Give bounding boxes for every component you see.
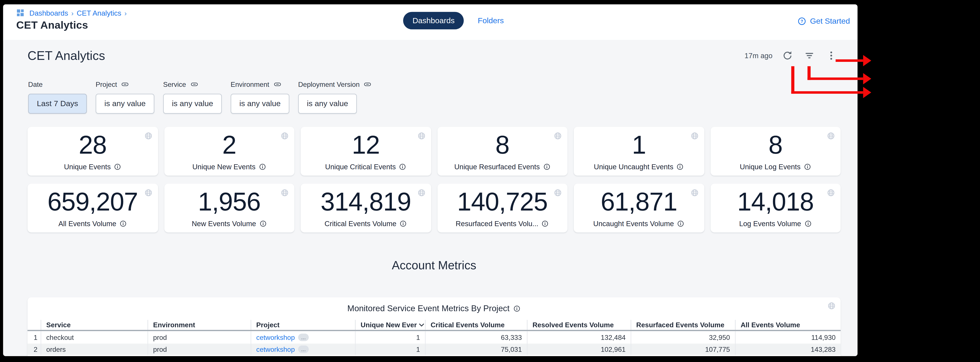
- metric-value: 2: [222, 131, 236, 159]
- metric-label: Unique Log Events: [740, 163, 801, 171]
- project-ellipsis-badge[interactable]: ...: [298, 346, 309, 353]
- metric-label: Unique Events: [64, 163, 111, 171]
- info-icon[interactable]: [676, 163, 684, 171]
- metric-label: Unique Resurfaced Events: [454, 163, 540, 171]
- tile-log-events-volume: 14,018 Log Events Volume: [710, 184, 841, 232]
- get-started-button[interactable]: ? Get Started: [798, 17, 850, 25]
- info-icon[interactable]: [677, 220, 685, 227]
- col-header-unique-new-events-sorted[interactable]: Unique New Ever: [356, 320, 426, 330]
- globe-icon: [827, 189, 835, 197]
- col-header-project[interactable]: Project: [251, 320, 356, 330]
- table-header-row: Service Environment Project Unique New E…: [27, 320, 841, 331]
- cell-resurfaced-events-volume: 107,775: [632, 343, 736, 355]
- filter-service-value[interactable]: is any value: [163, 94, 222, 114]
- tile-unique-uncaught-events: 1 Unique Uncaught Events: [574, 127, 704, 176]
- table-row: 2 orders prod cetworkshop ... 1 75,031 1…: [27, 343, 841, 355]
- tile-unique-critical-events: 12 Unique Critical Events: [301, 127, 431, 176]
- top-bar: Dashboards › CET Analytics › CET Analyti…: [3, 4, 858, 41]
- col-header-environment[interactable]: Environment: [148, 320, 251, 330]
- metric-label: Unique Uncaught Events: [594, 163, 673, 171]
- info-icon[interactable]: [259, 220, 267, 227]
- annotation-arrowhead: [863, 73, 871, 84]
- annotation-arrowhead: [863, 87, 871, 98]
- annotation-arrow-kebab-line: [836, 59, 863, 62]
- metric-label: Log Events Volume: [739, 220, 801, 227]
- tab-bar: Dashboards Folders: [403, 12, 504, 30]
- row-number: 2: [27, 343, 41, 355]
- info-icon[interactable]: [541, 220, 549, 227]
- filter-icon[interactable]: [804, 50, 815, 61]
- info-icon[interactable]: [513, 305, 521, 312]
- metric-value: 1,956: [198, 188, 261, 216]
- row-number: 1: [27, 331, 41, 344]
- globe-icon: [144, 132, 152, 140]
- info-icon[interactable]: [543, 163, 550, 171]
- dashboard-title: CET Analytics: [27, 49, 105, 63]
- info-icon[interactable]: [804, 163, 811, 171]
- breadcrumb-link-cet-analytics[interactable]: CET Analytics: [76, 9, 121, 17]
- refresh-icon[interactable]: [782, 50, 793, 61]
- linked-filter-icon: [364, 81, 372, 88]
- filter-date-value[interactable]: Last 7 Days: [28, 94, 87, 114]
- metric-value: 140,725: [457, 188, 548, 216]
- globe-icon: [417, 189, 425, 197]
- linked-filter-icon: [121, 81, 129, 88]
- info-icon[interactable]: [114, 163, 121, 171]
- annotation-arrowhead: [863, 55, 871, 66]
- tile-resurfaced-events-volume: 140,725 Resurfaced Events Volu...: [437, 184, 568, 232]
- tab-folders[interactable]: Folders: [478, 16, 504, 25]
- cell-project: cetworkshop ...: [251, 343, 356, 355]
- app-window: Dashboards › CET Analytics › CET Analyti…: [3, 4, 858, 356]
- globe-icon: [690, 132, 698, 140]
- col-header-critical-events-volume[interactable]: Critical Events Volume: [426, 320, 527, 330]
- filter-environment-value[interactable]: is any value: [231, 94, 290, 114]
- filter-label: Environment: [231, 81, 269, 88]
- info-icon[interactable]: [399, 220, 407, 227]
- project-link[interactable]: cetworkshop: [256, 333, 295, 341]
- project-link[interactable]: cetworkshop: [256, 346, 295, 353]
- help-question-icon: ?: [798, 17, 806, 25]
- info-icon[interactable]: [119, 220, 127, 227]
- metric-value: 14,018: [737, 188, 814, 216]
- filter-project: Project is any value: [95, 80, 154, 113]
- info-icon[interactable]: [804, 220, 812, 227]
- metric-value: 1: [632, 131, 646, 159]
- kebab-menu-icon[interactable]: [826, 50, 837, 61]
- project-ellipsis-badge[interactable]: ...: [298, 333, 309, 341]
- globe-icon: [827, 302, 836, 310]
- globe-icon: [417, 132, 425, 140]
- cell-environment: prod: [148, 331, 251, 344]
- cell-all-events-volume: 143,283: [735, 343, 841, 355]
- globe-icon: [281, 189, 289, 197]
- col-header-service[interactable]: Service: [41, 320, 148, 330]
- cell-resolved-events-volume: 132,484: [528, 331, 632, 344]
- info-icon[interactable]: [399, 163, 407, 171]
- page-title: CET Analytics: [16, 19, 127, 32]
- linked-filter-icon: [274, 81, 281, 88]
- filter-deployment-version: Deployment Version is any value: [298, 80, 371, 113]
- tile-new-events-volume: 1,956 New Events Volume: [164, 184, 294, 232]
- tab-dashboards[interactable]: Dashboards: [403, 12, 464, 30]
- metric-label: Resurfaced Events Volu...: [456, 220, 538, 227]
- filter-project-value[interactable]: is any value: [95, 94, 154, 114]
- metric-value: 28: [79, 131, 107, 159]
- col-header-resurfaced-events-volume[interactable]: Resurfaced Events Volume: [632, 320, 736, 330]
- info-icon[interactable]: [259, 163, 266, 171]
- cell-resolved-events-volume: 102,961: [528, 343, 632, 355]
- viewport: Dashboards › CET Analytics › CET Analyti…: [0, 0, 980, 362]
- col-header-all-events-volume[interactable]: All Events Volume: [735, 320, 841, 330]
- metric-label: Unique New Events: [192, 163, 256, 171]
- filter-deployment-version-value[interactable]: is any value: [298, 94, 357, 114]
- col-header-rownum: [27, 320, 41, 330]
- breadcrumb-link-dashboards[interactable]: Dashboards: [29, 9, 68, 17]
- globe-icon: [827, 132, 835, 140]
- metric-value: 659,207: [47, 188, 138, 216]
- dashboard-toolbar: 17m ago: [745, 50, 837, 61]
- col-header-resolved-events-volume[interactable]: Resolved Events Volume: [528, 320, 632, 330]
- cell-service: orders: [41, 343, 148, 355]
- annotation-arrow-filter-hline: [807, 77, 863, 80]
- get-started-label: Get Started: [810, 17, 850, 25]
- filter-label: Service: [163, 81, 186, 88]
- metric-label: Uncaught Events Volume: [593, 220, 674, 227]
- annotation-arrow-refresh-hline: [791, 91, 863, 94]
